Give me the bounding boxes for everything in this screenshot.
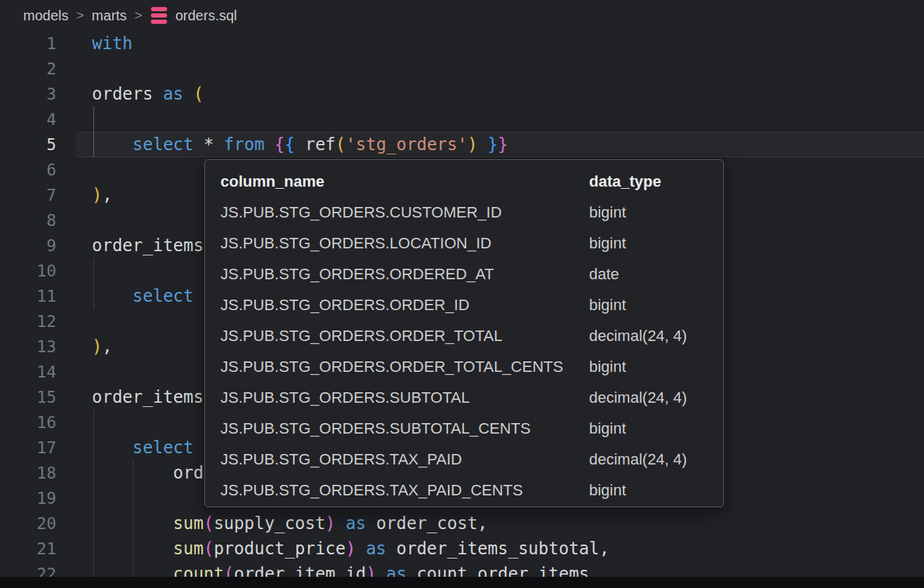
code-line-3[interactable]: 3orders as ( bbox=[0, 81, 924, 107]
code-line-2[interactable]: 2 bbox=[0, 56, 924, 81]
popup-data-type: decimal(24, 4) bbox=[589, 444, 687, 475]
popup-row: JS.PUB.STG_ORDERS.SUBTOTALdecimal(24, 4) bbox=[205, 382, 723, 413]
popup-column-name: JS.PUB.STG_ORDERS.ORDERED_AT bbox=[220, 259, 494, 290]
popup-rows: JS.PUB.STG_ORDERS.CUSTOMER_IDbigintJS.PU… bbox=[205, 197, 723, 506]
line-number[interactable]: 5 bbox=[0, 132, 56, 157]
line-content: order_items bbox=[56, 385, 204, 410]
breadcrumb-item-models[interactable]: models bbox=[23, 8, 68, 24]
line-number[interactable]: 9 bbox=[0, 233, 56, 258]
line-content: count(order_item_id) as count_order_item… bbox=[56, 561, 589, 577]
line-content bbox=[56, 107, 92, 132]
popup-data-type: bigint bbox=[589, 352, 626, 382]
popup-data-type: bigint bbox=[589, 475, 626, 506]
line-number[interactable]: 18 bbox=[0, 460, 56, 486]
line-number[interactable]: 13 bbox=[0, 334, 56, 359]
line-content bbox=[56, 359, 92, 385]
popup-column-name: JS.PUB.STG_ORDERS.ORDER_TOTAL_CENTS bbox=[220, 352, 563, 382]
popup-data-type: bigint bbox=[589, 413, 626, 444]
code-line-5[interactable]: 5 select * from {{ ref('stg_orders') }} bbox=[0, 132, 924, 157]
line-content: with bbox=[56, 31, 133, 56]
line-content: ), bbox=[56, 182, 112, 208]
line-number[interactable]: 1 bbox=[0, 31, 56, 56]
line-number[interactable]: 3 bbox=[0, 81, 56, 107]
popup-row: JS.PUB.STG_ORDERS.CUSTOMER_IDbigint bbox=[205, 197, 723, 228]
popup-data-type: date bbox=[589, 259, 619, 290]
popup-data-type: bigint bbox=[589, 197, 626, 228]
popup-data-type: bigint bbox=[589, 228, 626, 259]
line-content: orders as ( bbox=[56, 81, 204, 107]
bottom-panel-edge bbox=[0, 577, 924, 588]
popup-column-name: JS.PUB.STG_ORDERS.LOCATION_ID bbox=[220, 228, 491, 259]
popup-row: JS.PUB.STG_ORDERS.ORDER_TOTAL_CENTSbigin… bbox=[205, 352, 723, 382]
line-content: order_items bbox=[56, 233, 204, 258]
popup-column-name: JS.PUB.STG_ORDERS.CUSTOMER_ID bbox=[220, 197, 502, 228]
line-number[interactable]: 19 bbox=[0, 486, 56, 511]
popup-row: JS.PUB.STG_ORDERS.TAX_PAID_CENTSbigint bbox=[205, 475, 723, 506]
line-number[interactable]: 2 bbox=[0, 56, 56, 81]
chevron-right-icon: > bbox=[135, 8, 143, 23]
chevron-right-icon: > bbox=[76, 8, 84, 23]
line-number[interactable]: 21 bbox=[0, 536, 56, 561]
line-number[interactable]: 15 bbox=[0, 385, 56, 410]
line-content: select bbox=[56, 435, 194, 460]
line-number[interactable]: 6 bbox=[0, 157, 56, 182]
popup-header-column-name: column_name bbox=[220, 171, 324, 192]
popup-header-data-type: data_type bbox=[589, 171, 661, 192]
code-line-20[interactable]: 20 sum(supply_cost) as order_cost, bbox=[0, 511, 924, 536]
line-number[interactable]: 12 bbox=[0, 309, 56, 334]
line-content: ord bbox=[56, 460, 204, 486]
popup-row: JS.PUB.STG_ORDERS.TAX_PAIDdecimal(24, 4) bbox=[205, 444, 723, 475]
code-line-22[interactable]: 22 count(order_item_id) as count_order_i… bbox=[0, 561, 924, 577]
popup-data-type: bigint bbox=[589, 290, 626, 321]
line-content: sum(product_price) as order_items_subtot… bbox=[56, 536, 609, 561]
line-content bbox=[56, 208, 92, 233]
line-number[interactable]: 7 bbox=[0, 182, 56, 208]
column-info-popup: column_name data_type JS.PUB.STG_ORDERS.… bbox=[204, 159, 724, 507]
breadcrumb: models > marts > orders.sql bbox=[0, 0, 924, 31]
database-icon bbox=[151, 7, 167, 25]
popup-data-type: decimal(24, 4) bbox=[589, 321, 687, 352]
popup-header-row: column_name data_type bbox=[205, 171, 723, 192]
popup-column-name: JS.PUB.STG_ORDERS.SUBTOTAL bbox=[220, 382, 470, 413]
breadcrumb-file-name[interactable]: orders.sql bbox=[176, 8, 237, 24]
line-number[interactable]: 4 bbox=[0, 107, 56, 132]
popup-column-name: JS.PUB.STG_ORDERS.TAX_PAID bbox=[220, 444, 462, 475]
line-content: sum(supply_cost) as order_cost, bbox=[56, 511, 488, 536]
code-line-1[interactable]: 1with bbox=[0, 31, 924, 56]
line-number[interactable]: 20 bbox=[0, 511, 56, 536]
popup-data-type: decimal(24, 4) bbox=[589, 382, 687, 413]
popup-column-name: JS.PUB.STG_ORDERS.ORDER_TOTAL bbox=[220, 321, 502, 352]
line-content bbox=[56, 309, 92, 334]
line-content bbox=[56, 56, 92, 81]
popup-row: JS.PUB.STG_ORDERS.ORDER_TOTALdecimal(24,… bbox=[205, 321, 723, 352]
line-number[interactable]: 8 bbox=[0, 208, 56, 233]
popup-row: JS.PUB.STG_ORDERS.SUBTOTAL_CENTSbigint bbox=[205, 413, 723, 444]
line-content bbox=[56, 410, 92, 435]
popup-row: JS.PUB.STG_ORDERS.LOCATION_IDbigint bbox=[205, 228, 723, 259]
code-line-4[interactable]: 4 bbox=[0, 107, 924, 132]
line-number[interactable]: 10 bbox=[0, 258, 56, 283]
popup-column-name: JS.PUB.STG_ORDERS.ORDER_ID bbox=[220, 290, 470, 321]
line-number[interactable]: 16 bbox=[0, 410, 56, 435]
line-content bbox=[56, 157, 92, 182]
popup-column-name: JS.PUB.STG_ORDERS.TAX_PAID_CENTS bbox=[220, 475, 523, 506]
line-content: ), bbox=[56, 334, 112, 359]
code-line-21[interactable]: 21 sum(product_price) as order_items_sub… bbox=[0, 536, 924, 561]
popup-column-name: JS.PUB.STG_ORDERS.SUBTOTAL_CENTS bbox=[220, 413, 531, 444]
line-number[interactable]: 14 bbox=[0, 359, 56, 385]
line-content: select bbox=[56, 283, 194, 309]
popup-row: JS.PUB.STG_ORDERS.ORDER_IDbigint bbox=[205, 290, 723, 321]
line-number[interactable]: 22 bbox=[0, 561, 56, 577]
line-content: select * from {{ ref('stg_orders') }} bbox=[56, 132, 508, 157]
line-number[interactable]: 17 bbox=[0, 435, 56, 460]
line-content bbox=[56, 486, 92, 511]
breadcrumb-item-marts[interactable]: marts bbox=[92, 8, 127, 24]
line-content bbox=[56, 258, 92, 283]
line-number[interactable]: 11 bbox=[0, 283, 56, 309]
popup-row: JS.PUB.STG_ORDERS.ORDERED_ATdate bbox=[205, 259, 723, 290]
